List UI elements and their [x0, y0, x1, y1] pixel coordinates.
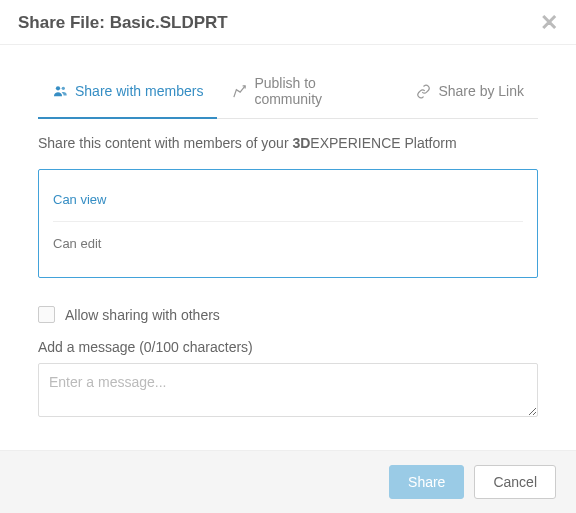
- share-subtitle: Share this content with members of your …: [38, 135, 538, 151]
- message-input[interactable]: [38, 363, 538, 417]
- dialog-title: Share File: Basic.SLDPRT: [18, 13, 228, 33]
- tab-publish-community[interactable]: Publish to community: [217, 65, 401, 119]
- dialog-header: Share File: Basic.SLDPRT ✕: [0, 0, 576, 45]
- dialog-footer: Share Cancel: [0, 450, 576, 513]
- permission-view-input[interactable]: [153, 190, 523, 209]
- message-label: Add a message (0/100 characters): [38, 339, 538, 355]
- link-icon: [415, 83, 431, 99]
- permission-edit-input[interactable]: [153, 234, 523, 253]
- svg-point-1: [62, 87, 65, 90]
- tabs: Share with members Publish to community …: [38, 65, 538, 119]
- tab-share-link[interactable]: Share by Link: [401, 65, 538, 119]
- tab-label: Share with members: [75, 83, 203, 99]
- permission-row-edit: Can edit: [53, 222, 523, 265]
- close-icon[interactable]: ✕: [540, 12, 558, 34]
- permissions-box: Can view Can edit: [38, 169, 538, 278]
- tab-label: Publish to community: [254, 75, 387, 107]
- cancel-button[interactable]: Cancel: [474, 465, 556, 499]
- tab-share-members[interactable]: Share with members: [38, 65, 217, 119]
- share-dialog: Share File: Basic.SLDPRT ✕ Share with me…: [0, 0, 576, 513]
- dialog-body: Share with members Publish to community …: [0, 45, 576, 450]
- svg-point-0: [56, 86, 60, 90]
- allow-sharing-label: Allow sharing with others: [65, 307, 220, 323]
- allow-sharing-row: Allow sharing with others: [38, 306, 538, 323]
- permission-row-view: Can view: [53, 178, 523, 222]
- permission-view-label: Can view: [53, 192, 153, 207]
- permission-edit-label: Can edit: [53, 236, 153, 251]
- share-button[interactable]: Share: [389, 465, 464, 499]
- allow-sharing-checkbox[interactable]: [38, 306, 55, 323]
- tab-label: Share by Link: [438, 83, 524, 99]
- publish-icon: [231, 83, 247, 99]
- members-icon: [52, 83, 68, 99]
